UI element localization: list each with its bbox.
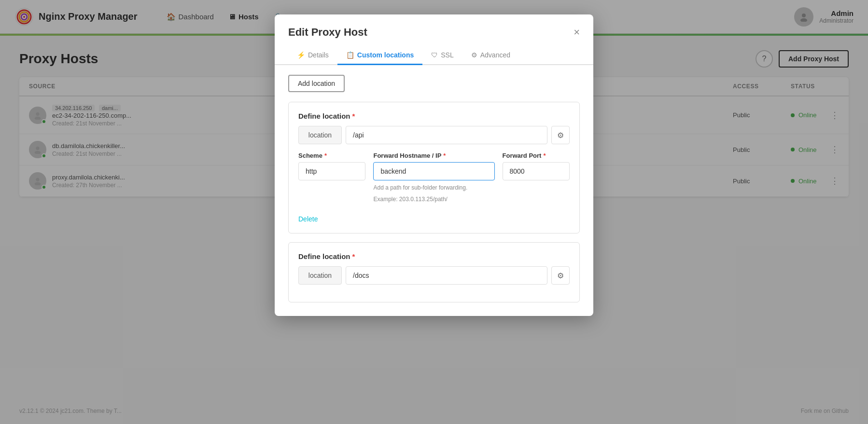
scheme-input[interactable] xyxy=(298,162,365,180)
modal-overlay: Edit Proxy Host × ⚡ Details 📋 Custom loc… xyxy=(0,0,868,424)
tab-custom-locations[interactable]: 📋 Custom locations xyxy=(337,46,422,65)
modal-close-button[interactable]: × xyxy=(574,27,580,38)
location-prefix-2: location xyxy=(298,266,342,285)
forward-port-field: Forward Port * xyxy=(503,152,570,204)
tab-ssl[interactable]: 🛡 SSL xyxy=(422,46,462,65)
forward-hostname-label: Forward Hostname / IP * xyxy=(373,152,494,159)
modal-body: Add location Define location * location … xyxy=(275,65,593,316)
location-define-label-2: Define location * xyxy=(298,252,570,260)
layers-icon: 📋 xyxy=(346,51,354,59)
scheme-label: Scheme * xyxy=(298,152,365,159)
modal-title: Edit Proxy Host xyxy=(288,26,367,39)
modal: Edit Proxy Host × ⚡ Details 📋 Custom loc… xyxy=(275,14,593,316)
required-indicator: * xyxy=(352,112,355,120)
gear-settings-icon-2: ⚙ xyxy=(557,271,564,280)
required-indicator: * xyxy=(543,152,546,159)
location-path-row: location ⚙ xyxy=(298,126,570,144)
modal-tabs: ⚡ Details 📋 Custom locations 🛡 SSL ⚙ Adv… xyxy=(275,46,593,65)
location-prefix: location xyxy=(298,126,342,144)
add-location-button[interactable]: Add location xyxy=(288,75,345,92)
location-path-input[interactable] xyxy=(346,126,547,144)
location-card-2: Define location * location ⚙ xyxy=(288,242,580,302)
modal-header: Edit Proxy Host × xyxy=(275,14,593,39)
hint-text-2: Example: 203.0.113.25/path/ xyxy=(373,195,494,204)
forward-port-label: Forward Port * xyxy=(503,152,570,159)
forward-hostname-field: Forward Hostname / IP * Add a path for s… xyxy=(373,152,494,204)
location-path-input-2[interactable] xyxy=(346,266,547,285)
location-gear-button[interactable]: ⚙ xyxy=(551,126,570,144)
required-indicator: * xyxy=(324,152,327,159)
forward-row: Scheme * Forward Hostname / IP * Add a p… xyxy=(298,152,570,204)
tab-details[interactable]: ⚡ Details xyxy=(288,46,337,65)
required-indicator: * xyxy=(352,252,355,260)
location-gear-button-2[interactable]: ⚙ xyxy=(551,266,570,285)
hint-text-1: Add a path for sub-folder forwarding. xyxy=(373,183,494,192)
required-indicator: * xyxy=(443,152,446,159)
tab-advanced[interactable]: ⚙ Advanced xyxy=(462,46,519,65)
delete-location-link[interactable]: Delete xyxy=(298,215,318,223)
gear-icon: ⚙ xyxy=(471,51,477,59)
location-path-row-2: location ⚙ xyxy=(298,266,570,285)
forward-port-input[interactable] xyxy=(503,162,570,180)
gear-settings-icon: ⚙ xyxy=(557,131,564,140)
forward-hostname-input[interactable] xyxy=(373,162,494,180)
location-define-label: Define location * xyxy=(298,112,570,120)
location-card-1: Define location * location ⚙ Scheme * xyxy=(288,102,580,233)
shield-icon: 🛡 xyxy=(431,51,438,59)
scheme-field: Scheme * xyxy=(298,152,365,204)
bolt-icon: ⚡ xyxy=(297,51,305,59)
